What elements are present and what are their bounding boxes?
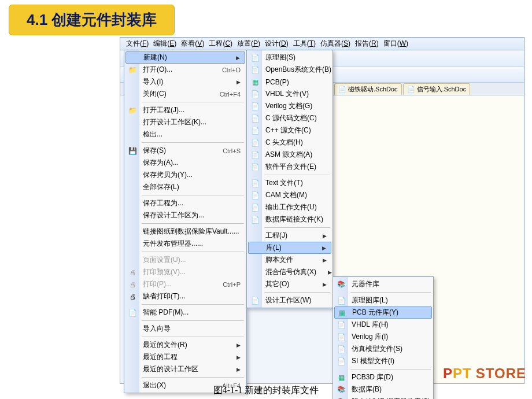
menu-item-label: 最近的文件(R) — [143, 340, 225, 350]
lib-menu-item-4[interactable]: VHDL 库(H) — [334, 319, 432, 331]
menu-separator — [142, 304, 244, 305]
new-menu-item-17[interactable]: 库(L)▶ — [248, 242, 331, 254]
file-menu-item-5[interactable]: 打开工程(J)... — [125, 104, 245, 116]
document-tab[interactable]: 📄磁铁驱动.SchDoc — [334, 83, 402, 95]
file-menu-item-7[interactable]: 检出... — [125, 128, 245, 141]
file-menu-item-27[interactable]: 导入向导 — [125, 323, 245, 335]
new-menu-item-1[interactable]: OpenBus系统文件(B) — [248, 64, 331, 76]
file-menu-item-22: 打印(P)...Ctrl+P — [125, 278, 245, 290]
new-menu-item-3[interactable]: VHDL 文件(V) — [248, 88, 331, 100]
document-tab[interactable]: 📄信号输入.SchDoc — [403, 83, 471, 95]
menu-separator — [142, 102, 244, 102]
lib-menu-item-2[interactable]: 原理图库(L) — [334, 294, 432, 306]
lib-menu-item-9[interactable]: PCB3D 库(D) — [334, 371, 432, 383]
file-menu-item-17[interactable]: 链接图纸到数据保险库Vault...... — [125, 226, 245, 238]
new-menu-item-16[interactable]: 工程(J)▶ — [248, 230, 331, 242]
file-menu-item-0[interactable]: 新建(N)▶ — [125, 51, 245, 64]
lib-menu-item-7[interactable]: SI 模型文件(I) — [334, 355, 432, 367]
new-menu-item-8[interactable]: ASM 源文档(A) — [248, 149, 331, 161]
menubar-item-F[interactable]: 文件(F) — [124, 38, 151, 50]
menu-item-label: 其它(O) — [265, 279, 311, 289]
pcb-icon — [337, 373, 346, 382]
menu-item-label: 版本控制数据库器件库(S) — [352, 397, 430, 399]
file-menu-item-6[interactable]: 打开设计工作区(K)... — [125, 116, 245, 128]
menubar-item-W[interactable]: 窗口(W) — [381, 38, 411, 50]
menu-item-label: 保存为(A)... — [143, 158, 241, 168]
menu-item-label: 元件发布管理器...... — [143, 239, 241, 249]
menu-separator — [142, 142, 244, 143]
menu-separator — [264, 227, 330, 228]
lib-menu-item-3[interactable]: PCB 元件库(Y) — [334, 306, 432, 319]
menu-item-label: 打开设计工作区(K)... — [143, 117, 241, 127]
file-menu-item-9[interactable]: 保存(S)Ctrl+S — [125, 145, 245, 157]
menubar-item-P[interactable]: 放置(P) — [235, 38, 263, 50]
new-menu-item-11[interactable]: Text 文件(T) — [248, 177, 331, 189]
print-icon — [128, 268, 137, 277]
lib-icon — [337, 280, 346, 289]
menu-separator — [142, 377, 244, 378]
menubar-item-R[interactable]: 报告(R) — [353, 38, 381, 50]
menu-item-label: OpenBus系统文件(B) — [265, 65, 331, 75]
lib-menu-item-0[interactable]: 元器件库 — [334, 278, 432, 290]
menu-item-label: 最近的设计工作区 — [143, 364, 225, 374]
menu-shortcut: Ctrl+S — [223, 147, 241, 154]
menubar-item-D[interactable]: 设计(D) — [263, 38, 291, 50]
file-menu-item-30[interactable]: 最近的工程▶ — [125, 351, 245, 363]
doc-icon — [250, 296, 260, 305]
menu-item-label: C 头文档(H) — [265, 138, 327, 147]
menu-separator — [142, 252, 244, 252]
file-menu-item-23[interactable]: 缺省打印(T)... — [125, 290, 245, 302]
file-menu-item-31[interactable]: 最近的设计工作区▶ — [125, 363, 245, 375]
folder-icon — [128, 65, 137, 75]
new-menu-item-9[interactable]: 软件平台文件(E) — [248, 161, 331, 173]
lib-menu-item-6[interactable]: 仿真模型文件(S) — [334, 343, 432, 355]
new-menu-item-19[interactable]: 混合信号仿真(X)▶ — [248, 266, 331, 278]
menu-item-label: SI 模型文件(I) — [352, 356, 427, 366]
file-menu-item-2[interactable]: 导入(I)▶ — [125, 76, 245, 88]
new-menu-item-18[interactable]: 脚本文件▶ — [248, 254, 331, 266]
menu-item-label: Verilog 库(I) — [352, 332, 427, 342]
doc-icon — [337, 332, 346, 342]
new-menu-item-5[interactable]: C 源代码文档(C) — [248, 112, 331, 124]
new-menu-item-7[interactable]: C 头文档(H) — [248, 136, 331, 149]
new-menu-item-12[interactable]: CAM 文档(M) — [248, 189, 331, 201]
menubar-item-C[interactable]: 工程(C) — [206, 38, 235, 50]
new-menu-item-4[interactable]: Verilog 文档(G) — [248, 100, 331, 112]
file-menu-item-25[interactable]: 智能 PDF(M)... — [125, 306, 245, 319]
new-menu-item-20[interactable]: 其它(O)▶ — [248, 278, 331, 290]
file-menu-item-12[interactable]: 全部保存(L) — [125, 181, 245, 193]
file-menu-item-15[interactable]: 保存设计工作区为... — [125, 209, 245, 221]
menu-item-label: 页面设置(U)... — [143, 255, 241, 265]
menu-item-label: 全部保存(L) — [143, 182, 241, 192]
file-menu-item-21: 打印预览(V)... — [125, 266, 245, 278]
doc-icon — [250, 102, 260, 111]
doc-icon: 📄 — [407, 86, 415, 93]
watermark: PPT STORE — [443, 365, 526, 382]
lib-menu-item-5[interactable]: Verilog 库(I) — [334, 331, 432, 343]
new-menu-item-13[interactable]: 输出工作文件(U) — [248, 201, 331, 213]
new-menu-item-0[interactable]: 原理图(S) — [248, 51, 331, 64]
menu-separator — [142, 223, 244, 224]
menubar-item-V[interactable]: 察看(V) — [179, 38, 206, 50]
new-menu-item-14[interactable]: 数据库链接文件(K) — [248, 213, 331, 226]
file-menu-item-10[interactable]: 保存为(A)... — [125, 157, 245, 169]
menubar-item-T[interactable]: 工具(T) — [291, 38, 318, 50]
new-menu-item-22[interactable]: 设计工作区(W) — [248, 294, 331, 306]
file-menu-item-14[interactable]: 保存工程为... — [125, 197, 245, 209]
submenu-arrow-icon: ▶ — [237, 367, 241, 372]
file-menu-item-11[interactable]: 保存拷贝为(Y)... — [125, 169, 245, 181]
file-menu-item-29[interactable]: 最近的文件(R)▶ — [125, 339, 245, 351]
doc-icon — [250, 90, 260, 99]
menubar-item-S[interactable]: 仿真器(S) — [318, 38, 353, 50]
doc-icon — [250, 53, 260, 62]
menubar-item-E[interactable]: 编辑(E) — [151, 38, 179, 50]
menu-item-label: 打印预览(V)... — [143, 267, 241, 277]
file-menu-item-3[interactable]: 关闭(C)Ctrl+F4 — [125, 88, 245, 100]
doc-icon — [250, 126, 260, 135]
new-menu-item-6[interactable]: C++ 源文件(C) — [248, 124, 331, 136]
file-menu-item-1[interactable]: 打开(O)...Ctrl+O — [125, 64, 245, 76]
file-menu-item-18[interactable]: 元件发布管理器...... — [125, 238, 245, 250]
new-menu-item-2[interactable]: PCB(P) — [248, 76, 331, 88]
doc-icon — [250, 114, 260, 123]
pcb-icon — [337, 308, 346, 317]
